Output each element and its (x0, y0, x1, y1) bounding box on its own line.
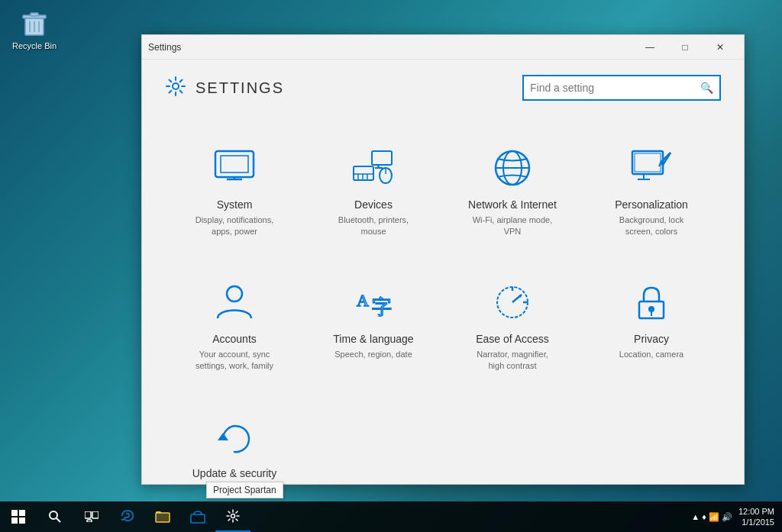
settings-header: SETTINGS 🔍 (165, 75, 721, 101)
update-name: Update & security (192, 467, 277, 479)
system-name: System (217, 198, 253, 211)
title-bar-left: Settings (148, 42, 181, 53)
system-desc: Display, notifications,apps, power (196, 214, 274, 238)
tooltip: Project Spartan (206, 482, 283, 498)
time-icon: A 字 (351, 282, 396, 324)
privacy-name: Privacy (634, 333, 669, 345)
settings-content: SETTINGS 🔍 (142, 60, 744, 484)
settings-title-area: SETTINGS (165, 76, 284, 100)
svg-rect-54 (191, 514, 205, 523)
svg-rect-53 (156, 513, 170, 522)
svg-point-41 (648, 306, 654, 312)
taskbar-apps (110, 501, 250, 532)
settings-gear-icon (165, 76, 186, 100)
devices-name: Devices (354, 198, 393, 211)
network-icon (490, 147, 535, 189)
svg-rect-2 (31, 13, 38, 16)
svg-point-55 (231, 514, 235, 518)
personalization-name: Personalization (615, 198, 688, 211)
svg-rect-11 (372, 151, 392, 165)
taskbar-right: ▲ ♦ 📶 🔊 12:00 PM1/1/2015 (691, 506, 782, 528)
minimize-button[interactable]: — (632, 35, 667, 60)
time-name: Time & language (333, 333, 413, 345)
ease-icon (490, 282, 535, 324)
search-input[interactable] (530, 82, 700, 94)
title-bar-controls: — □ ✕ (632, 35, 738, 60)
search-icon: 🔍 (700, 82, 713, 94)
taskbar-explorer[interactable] (145, 501, 180, 532)
svg-rect-50 (85, 511, 91, 518)
ease-name: Ease of Access (476, 333, 549, 345)
network-desc: Wi-Fi, airplane mode,VPN (473, 214, 553, 238)
search-box[interactable]: 🔍 (522, 75, 721, 101)
settings-item-ease[interactable]: Ease of Access Narrator, magnifier,high … (443, 258, 582, 392)
svg-rect-8 (221, 156, 248, 172)
personalization-desc: Background, lockscreen, colors (619, 214, 683, 238)
settings-item-devices[interactable]: Devices Bluetooth, printers,mouse (304, 124, 443, 258)
network-name: Network & Internet (468, 198, 557, 211)
accounts-desc: Your account, syncsettings, work, family (196, 349, 273, 372)
svg-point-6 (173, 83, 179, 89)
devices-icon (351, 147, 396, 189)
close-button[interactable]: ✕ (703, 35, 738, 60)
svg-rect-45 (19, 510, 25, 516)
taskbar-time: ▲ ♦ 📶 🔊 (691, 512, 732, 522)
title-bar-text: Settings (148, 42, 181, 53)
svg-point-32 (227, 286, 242, 301)
accounts-icon (212, 282, 257, 324)
personalization-icon (629, 147, 674, 189)
taskbar-store[interactable] (180, 501, 215, 532)
svg-rect-24 (632, 151, 663, 174)
svg-text:A: A (357, 291, 369, 310)
svg-marker-43 (218, 433, 228, 440)
task-view-button[interactable] (73, 501, 110, 532)
svg-rect-44 (11, 510, 18, 516)
svg-rect-14 (354, 166, 373, 180)
settings-item-network[interactable]: Network & Internet Wi-Fi, airplane mode,… (443, 124, 582, 258)
taskbar-settings[interactable] (215, 501, 250, 532)
desktop: Recycle Bin Settings — □ ✕ (0, 0, 782, 532)
start-button[interactable] (0, 501, 37, 532)
settings-item-accounts[interactable]: Accounts Your account, syncsettings, wor… (165, 258, 304, 392)
accounts-name: Accounts (212, 333, 257, 345)
svg-point-48 (50, 511, 57, 519)
privacy-desc: Location, camera (619, 349, 683, 360)
privacy-icon (629, 282, 674, 324)
maximize-button[interactable]: □ (667, 35, 703, 60)
settings-grid: System Display, notifications,apps, powe… (165, 124, 721, 484)
recycle-bin-icon (19, 8, 50, 38)
settings-item-personalization[interactable]: Personalization Background, lockscreen, … (582, 124, 721, 258)
svg-text:字: 字 (372, 295, 392, 318)
devices-desc: Bluetooth, printers,mouse (338, 214, 409, 238)
recycle-bin-label: Recycle Bin (12, 41, 57, 50)
settings-item-update[interactable]: Update & security Windows Update,recover… (165, 392, 304, 484)
settings-item-privacy[interactable]: Privacy Location, camera (582, 258, 721, 392)
update-icon (212, 416, 257, 458)
system-icon (212, 147, 257, 189)
time-desc: Speech, region, date (334, 349, 412, 360)
settings-title: SETTINGS (196, 79, 284, 97)
svg-rect-51 (92, 511, 99, 518)
settings-item-time[interactable]: A 字 Time & language Speech, region, date (304, 258, 443, 392)
svg-rect-52 (87, 520, 92, 522)
svg-rect-25 (635, 153, 661, 172)
title-bar: Settings — □ ✕ (142, 35, 744, 60)
recycle-bin[interactable]: Recycle Bin (8, 8, 61, 50)
taskbar-clock[interactable]: 12:00 PM1/1/2015 (738, 506, 774, 528)
taskbar-edge[interactable] (110, 501, 145, 532)
taskbar: ▲ ♦ 📶 🔊 12:00 PM1/1/2015 (0, 501, 782, 532)
svg-line-49 (57, 518, 60, 522)
svg-rect-47 (19, 517, 25, 524)
settings-item-system[interactable]: System Display, notifications,apps, powe… (165, 124, 304, 258)
svg-rect-46 (11, 517, 18, 524)
taskbar-search-button[interactable] (37, 501, 73, 532)
taskbar-left (0, 501, 250, 532)
ease-desc: Narrator, magnifier,high contrast (477, 349, 548, 372)
settings-window: Settings — □ ✕ SETTINGS (141, 34, 745, 485)
